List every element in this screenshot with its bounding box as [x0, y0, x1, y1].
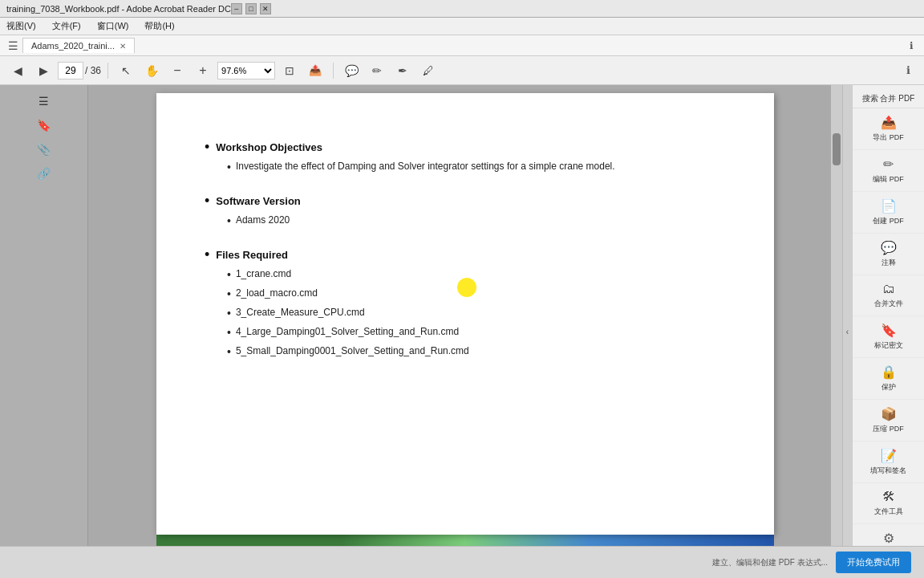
bullet-dot-3: •: [205, 247, 209, 262]
markup-button[interactable]: ✒: [391, 59, 414, 82]
fit-page-button[interactable]: ⊡: [278, 59, 301, 82]
zoom-select[interactable]: 50% 75% 97.6% 100% 125% 150% 200%: [217, 62, 275, 79]
pdf-scroll[interactable]: • Workshop Objectives • Investigate the …: [88, 85, 842, 578]
sub-text-3-2: 3_Create_Measure_CPU.cmd: [236, 305, 365, 320]
hand-tool-button[interactable]: ✋: [140, 59, 163, 82]
right-tool-compress[interactable]: 📦 压缩 PDF: [853, 400, 924, 442]
section-title-3: Files Required: [216, 249, 288, 261]
title-bar: training_7038_Workbook.pdf - Adobe Acrob…: [0, 0, 924, 18]
left-tool-panel[interactable]: ☰: [30, 90, 59, 112]
create-pdf-label: 创建 PDF: [873, 216, 904, 226]
sub-dot-2-0: •: [227, 213, 231, 230]
tab-pdf[interactable]: Adams_2020_traini... ✕: [22, 38, 135, 53]
pdf-area: • Workshop Objectives • Investigate the …: [88, 85, 842, 578]
zoom-out-button[interactable]: −: [166, 59, 188, 82]
page-total-label: / 36: [85, 65, 101, 76]
section-software-version: • Software Version • Adams 2020: [205, 195, 726, 230]
menu-window[interactable]: 窗口(W): [94, 20, 132, 32]
page-number-input[interactable]: [58, 62, 83, 79]
send-button[interactable]: 📤: [304, 59, 326, 82]
right-tool-create-pdf[interactable]: 📄 创建 PDF: [853, 192, 924, 234]
sub-bullet-3-3: • 4_Large_Damping01_Solver_Setting_and_R…: [227, 324, 726, 341]
prev-page-button[interactable]: ◀: [6, 59, 29, 82]
cursor-tool-button[interactable]: ↖: [115, 59, 137, 82]
right-tool-redact[interactable]: 🔖 标记密文: [853, 316, 924, 358]
menu-bar: 视图(V) 文件(F) 窗口(W) 帮助(H): [0, 18, 924, 35]
protect-icon: 🔒: [881, 364, 897, 380]
toolbar: ◀ ▶ / 36 ↖ ✋ − + 50% 75% 97.6% 100% 125%…: [0, 56, 924, 85]
menu-file[interactable]: 文件(F): [49, 20, 84, 32]
tab-close-icon[interactable]: ✕: [120, 42, 126, 51]
left-tool-attachment[interactable]: 📎: [30, 138, 59, 161]
file-tools-icon: 🛠: [882, 490, 895, 504]
tab-left-icon[interactable]: ☰: [3, 36, 22, 55]
tab-info-icon[interactable]: ℹ: [902, 36, 921, 55]
bottom-bar: 建立、编辑和创建 PDF 表达式... 开始免费试用: [0, 546, 924, 578]
sub-bullets-3: • 1_crane.cmd • 2_load_macro.cmd • 3_Cre…: [227, 267, 726, 360]
export-pdf-label: 导出 PDF: [873, 132, 904, 143]
more-tools-icon: ⚙: [883, 531, 894, 546]
start-trial-button[interactable]: 开始免费试用: [836, 552, 911, 573]
tab-label: Adams_2020_traini...: [31, 41, 115, 51]
right-tool-protect[interactable]: 🔒 保护: [853, 358, 924, 400]
left-tool-bookmark[interactable]: 🔖: [30, 114, 59, 136]
edit-pdf-label: 编辑 PDF: [873, 174, 904, 185]
sub-bullet-3-1: • 2_load_macro.cmd: [227, 286, 726, 303]
next-page-button[interactable]: ▶: [32, 59, 55, 82]
combine-icon: 🗂: [882, 282, 895, 296]
title-bar-title: training_7038_Workbook.pdf - Adobe Acrob…: [6, 4, 231, 14]
close-button[interactable]: ✕: [260, 3, 271, 14]
comment-button[interactable]: 💬: [340, 59, 363, 82]
right-tool-combine[interactable]: 🗂 合并文件: [853, 275, 924, 316]
menu-view[interactable]: 视图(V): [3, 20, 39, 32]
file-tools-label: 文件工具: [874, 507, 903, 517]
right-tool-fill-sign[interactable]: 📝 填写和签名: [853, 442, 924, 483]
right-panel-toggle[interactable]: ‹: [842, 85, 852, 578]
sub-bullet-2-0: • Adams 2020: [227, 213, 726, 230]
right-tool-export-pdf[interactable]: 📤 导出 PDF: [853, 108, 924, 150]
pen-button[interactable]: ✏: [366, 59, 388, 82]
menu-help[interactable]: 帮助(H): [141, 20, 177, 32]
fill-sign-icon: 📝: [881, 448, 897, 463]
section-files-required: • Files Required • 1_crane.cmd • 2_load_…: [205, 249, 726, 360]
create-pdf-icon: 📄: [881, 198, 897, 214]
separator-1: [107, 63, 108, 79]
right-tool-comment[interactable]: 💬 注释: [853, 234, 924, 275]
main-bullet-3: • Files Required: [205, 249, 726, 262]
bullet-dot-1: •: [205, 140, 209, 154]
maximize-button[interactable]: □: [245, 3, 257, 14]
pdf-page: • Workshop Objectives • Investigate the …: [156, 93, 774, 535]
sub-text-3-1: 2_load_macro.cmd: [236, 286, 318, 300]
tab-bar: ☰ Adams_2020_traini... ✕ ℹ: [0, 35, 924, 56]
sub-bullets-2: • Adams 2020: [227, 213, 726, 230]
sub-dot-1-0: •: [227, 159, 231, 176]
main-bullet-2: • Software Version: [205, 195, 726, 208]
title-bar-controls: – □ ✕: [231, 3, 271, 14]
bottom-ad-text: 建立、编辑和创建 PDF 表达式...: [712, 557, 828, 568]
left-sidebar: ☰ 🔖 📎 🔗: [0, 85, 88, 578]
zoom-in-button[interactable]: +: [192, 59, 214, 82]
left-tool-link[interactable]: 🔗: [30, 162, 59, 185]
section-title-1: Workshop Objectives: [216, 141, 322, 153]
edit-pdf-icon: ✏: [883, 157, 894, 172]
comment-label: 注释: [881, 258, 896, 268]
bullet-dot-2: •: [205, 193, 209, 208]
page-input-group: / 36: [58, 62, 101, 79]
sub-text-2-0: Adams 2020: [236, 213, 290, 227]
combine-label: 合并文件: [874, 299, 903, 309]
sub-bullet-3-2: • 3_Create_Measure_CPU.cmd: [227, 305, 726, 322]
toolbar-info-button[interactable]: ℹ: [898, 61, 918, 80]
sign-button[interactable]: 🖊: [417, 59, 440, 82]
right-panel-search-label[interactable]: 搜索 合并 PDF: [853, 90, 924, 108]
sub-bullets-1: • Investigate the effect of Damping and …: [227, 159, 726, 176]
right-tool-edit-pdf[interactable]: ✏ 编辑 PDF: [853, 150, 924, 192]
comment-icon: 💬: [881, 240, 897, 255]
sub-text-1-0: Investigate the effect of Damping and So…: [236, 159, 615, 173]
compress-icon: 📦: [881, 406, 897, 421]
right-tool-file-tools[interactable]: 🛠 文件工具: [853, 483, 924, 524]
compress-label: 压缩 PDF: [873, 424, 904, 434]
minimize-button[interactable]: –: [231, 3, 242, 14]
fill-sign-label: 填写和签名: [870, 466, 906, 476]
scrollbar-thumb[interactable]: [833, 133, 841, 165]
pdf-scrollbar[interactable]: [831, 85, 842, 578]
